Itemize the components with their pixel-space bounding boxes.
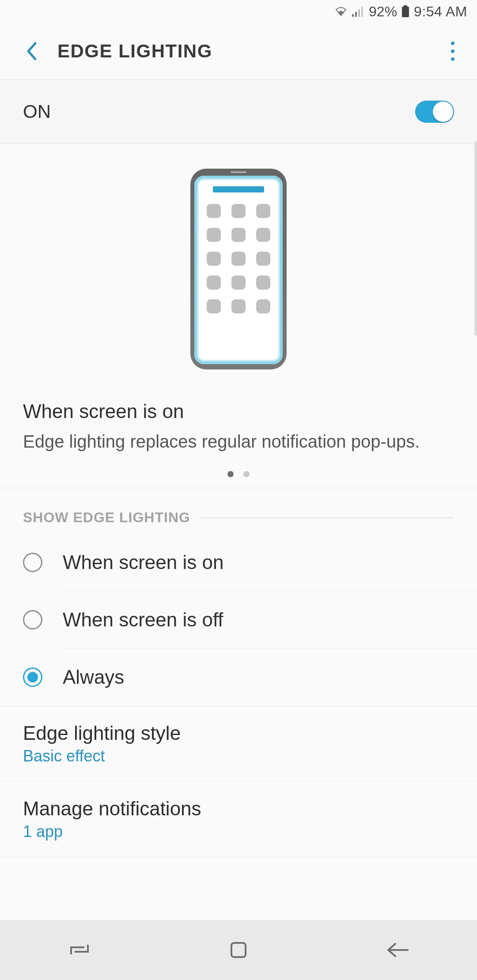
list-item-title: Edge lighting style (23, 722, 454, 744)
switch-knob (433, 102, 453, 122)
app-bar: EDGE LIGHTING (0, 23, 477, 79)
radio-label: When screen is on (63, 551, 223, 573)
radio-icon (23, 610, 42, 629)
back-button[interactable] (23, 42, 41, 60)
settings-list: Edge lighting style Basic effect Manage … (0, 706, 477, 857)
preview-panel[interactable]: When screen is on Edge lighting replaces… (0, 144, 477, 488)
section-header-label: SHOW EDGE LIGHTING (23, 509, 190, 526)
svg-rect-1 (355, 12, 357, 17)
back-icon (386, 941, 409, 959)
master-toggle-switch[interactable] (415, 101, 454, 123)
battery-icon (401, 5, 409, 18)
overflow-menu-button[interactable] (442, 40, 464, 62)
master-toggle-row[interactable]: ON (0, 79, 477, 144)
home-icon (229, 941, 248, 959)
wifi-icon (334, 6, 348, 17)
page-dot[interactable] (227, 471, 234, 477)
radio-icon (23, 553, 42, 572)
master-toggle-label: ON (23, 101, 415, 122)
svg-rect-0 (352, 14, 354, 17)
more-vert-icon (451, 39, 454, 63)
list-item-title: Manage notifications (23, 798, 454, 820)
recents-icon (68, 941, 91, 959)
list-item-subtitle: 1 app (23, 822, 454, 841)
list-item-edge-lighting-style[interactable]: Edge lighting style Basic effect (0, 706, 477, 782)
status-bar: 92% 9:54 AM (0, 0, 477, 23)
scroll-indicator[interactable] (474, 141, 477, 335)
svg-rect-6 (231, 943, 246, 957)
show-edge-lighting-section: SHOW EDGE LIGHTING When screen is on Whe… (0, 488, 477, 706)
radio-option-screen-off[interactable]: When screen is off (23, 591, 477, 648)
recents-button[interactable] (64, 935, 95, 965)
nav-back-button[interactable] (382, 935, 413, 965)
list-item-manage-notifications[interactable]: Manage notifications 1 app (0, 782, 477, 857)
preview-description: Edge lighting replaces regular notificat… (23, 430, 454, 453)
clock: 9:54 AM (414, 4, 467, 20)
battery-percent: 92% (369, 4, 397, 20)
section-header-divider (201, 517, 454, 518)
phone-illustration (190, 169, 287, 369)
radio-group-show: When screen is on When screen is off Alw… (0, 534, 477, 706)
svg-rect-3 (361, 7, 363, 17)
navigation-bar (0, 920, 477, 980)
svg-rect-2 (358, 9, 360, 17)
radio-option-screen-on[interactable]: When screen is on (23, 534, 477, 591)
home-button[interactable] (223, 935, 254, 965)
page-title: EDGE LIGHTING (57, 41, 442, 62)
radio-label: When screen is off (63, 609, 223, 631)
list-item-subtitle: Basic effect (23, 747, 454, 765)
pager-dots (23, 471, 454, 477)
svg-rect-4 (404, 5, 407, 7)
svg-rect-5 (402, 7, 409, 17)
radio-icon (23, 667, 42, 687)
page-dot[interactable] (243, 471, 250, 477)
signal-icon (352, 6, 364, 17)
radio-option-always[interactable]: Always (23, 648, 477, 706)
preview-title: When screen is on (23, 400, 454, 422)
radio-label: Always (63, 666, 124, 688)
